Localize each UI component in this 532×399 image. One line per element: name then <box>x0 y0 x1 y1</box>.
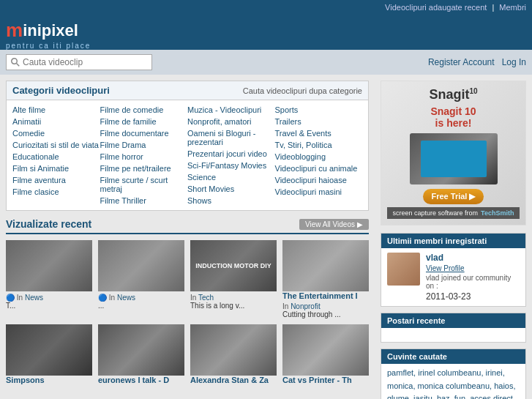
category-item[interactable]: Filme pe net/trailere <box>100 163 188 174</box>
sidebar: Snagit10 Snagit 10 is here! Free Trial ▶… <box>375 75 532 399</box>
search-term[interactable]: iasitu, <box>413 394 437 399</box>
categories-title: Categorii videoclipuri <box>12 85 110 96</box>
search-term[interactable]: acces direct, <box>470 394 515 399</box>
video-desc-3: This is a long v... <box>190 302 277 310</box>
video-thumbnail-8 <box>282 324 369 376</box>
category-item[interactable]: Sports <box>275 105 363 115</box>
category-item[interactable]: Science <box>187 172 275 182</box>
search-term[interactable]: haios, <box>494 381 515 390</box>
category-item[interactable]: Prezentari jocuri video <box>187 149 275 159</box>
category-item[interactable]: Filme de comedie <box>100 105 188 115</box>
video-desc-1: T... <box>6 302 92 310</box>
category-item[interactable]: Filme horror <box>100 152 188 162</box>
members-title: Ultimii membri inregistrati <box>381 234 525 248</box>
video-thumb-6[interactable]: euronews I talk - D <box>98 324 184 384</box>
search-term[interactable]: fun, <box>454 394 470 399</box>
recent-section: Vizualizate recent View All Videos ▶ 🔵 I… <box>6 218 369 384</box>
search-term[interactable]: irinel columbeanu, <box>418 368 485 377</box>
logo[interactable]: minipixel <box>6 19 91 42</box>
view-all-button[interactable]: View All Videos ▶ <box>299 219 369 230</box>
category-item[interactable]: Comedie <box>12 128 100 138</box>
categories-grid: Alte filmeAnimatiiComedieCuriozitati si … <box>7 100 368 210</box>
search-term[interactable]: haz, <box>437 394 454 399</box>
category-item[interactable]: Videoblogging <box>275 152 363 162</box>
video-thumbnail-1 <box>6 240 92 291</box>
category-item[interactable]: Curiozitati si stil de viata <box>12 140 100 150</box>
snagit-logo: Snagit10 <box>387 87 520 102</box>
avatar-image <box>387 253 420 286</box>
category-item[interactable]: Short Movies <box>187 184 275 194</box>
search-term[interactable]: pamflet, <box>387 368 418 377</box>
member-info: vlad View Profile vlad joined our commun… <box>426 253 520 302</box>
category-item[interactable]: Alte filme <box>12 105 100 115</box>
search-terms-title: Cuvinte cautate <box>381 349 525 364</box>
category-item[interactable]: Videoclipuri cu animale <box>275 163 363 174</box>
video-title-5: Simpsons <box>6 376 92 384</box>
search-term[interactable]: monica, <box>387 381 418 390</box>
login-link[interactable]: Log In <box>502 57 526 67</box>
video-thumb-2[interactable]: 🔵 In News ... <box>98 240 184 318</box>
category-item[interactable]: Sci-Fi/Fantasy Movies <box>187 160 275 171</box>
main-layout: Categorii videoclipuri Cauta videoclipur… <box>0 75 532 399</box>
video-title-6: euronews I talk - D <box>98 376 184 384</box>
techsmith-bar: screen capture software from TechSmith <box>387 207 520 219</box>
snagit-headline: Snagit 10 is here! <box>387 105 520 129</box>
video-thumb-3[interactable]: INDUCTION MOTOR DIY In Tech This is a lo… <box>190 240 277 318</box>
category-item[interactable]: Tv, Stiri, Politica <box>275 140 363 150</box>
video-thumb-5[interactable]: Simpsons <box>6 324 92 384</box>
video-title-7: Alexandra Stan & Za <box>190 376 277 384</box>
video-cat-4: In Nonprofit <box>282 302 321 310</box>
category-item[interactable]: Trailers <box>275 116 363 127</box>
category-item[interactable]: Animatii <box>12 116 100 127</box>
category-item[interactable]: Filme clasice <box>12 187 100 197</box>
category-item[interactable]: Filme Thriller <box>100 195 188 206</box>
posts-content <box>381 328 525 342</box>
category-item[interactable]: Muzica - Videoclipuri <box>187 105 275 115</box>
video-cat-2: In News <box>109 294 135 302</box>
search-term[interactable]: irinei, <box>486 368 505 377</box>
category-item[interactable]: Filme aventura <box>12 175 100 185</box>
category-item[interactable]: Nonprofit, amatori <box>187 116 275 127</box>
search-input[interactable] <box>23 57 147 67</box>
category-item[interactable]: Educationale <box>12 152 100 162</box>
posts-title: Postari recente <box>381 313 525 328</box>
category-item[interactable]: Film si Animatie <box>12 163 100 174</box>
category-item[interactable]: Shows <box>187 195 275 206</box>
ad-inner: Snagit10 Snagit 10 is here! Free Trial ▶… <box>381 81 525 225</box>
category-item[interactable]: Filme de familie <box>100 116 188 127</box>
video-thumbnail-5 <box>6 324 92 376</box>
video-desc-2: ... <box>98 302 184 310</box>
category-item[interactable]: Travel & Events <box>275 128 363 138</box>
members-link[interactable]: Membri <box>499 3 526 12</box>
logo-tagline: pentru ca iti place <box>6 42 91 50</box>
free-trial-button[interactable]: Free Trial ▶ <box>423 189 484 204</box>
search-icon <box>11 58 20 67</box>
video-thumbnail-3: INDUCTION MOTOR DIY <box>190 240 277 291</box>
video-thumb-1[interactable]: 🔵 In News T... <box>6 240 92 318</box>
video-thumb-7[interactable]: Alexandra Stan & Za <box>190 324 277 384</box>
search-term[interactable]: glume, <box>387 394 413 399</box>
category-item[interactable]: Videoclipuri masini <box>275 187 363 197</box>
register-link[interactable]: Register Account <box>428 57 495 67</box>
categories-search-label: Cauta videoclipuri dupa categorie <box>243 86 362 95</box>
logo-area: minipixel pentru ca iti place <box>6 19 91 50</box>
account-links: Register Account Log In <box>428 57 526 67</box>
video-thumb-4[interactable]: The Entertainment I In Nonprofit Cutting… <box>282 240 369 318</box>
category-item[interactable]: Filme Drama <box>100 140 188 150</box>
video-title-8: Cat vs Printer - Th <box>282 376 369 384</box>
cat-col-2: Filme de comedieFilme de familieFilme do… <box>100 105 188 206</box>
category-item[interactable]: Filme scurte / scurt metraj <box>100 175 188 194</box>
category-item[interactable]: Oameni si Bloguri - prezentari <box>187 128 275 147</box>
search-box[interactable] <box>6 54 152 70</box>
search-term[interactable]: monica columbeanu, <box>418 381 495 390</box>
posts-section: Postari recente <box>381 313 526 343</box>
video-grid: 🔵 In News T... 🔵 In News ... INDUCTION M… <box>6 240 369 384</box>
info-icon-1: 🔵 <box>6 294 15 302</box>
video-thumb-8[interactable]: Cat vs Printer - Th <box>282 324 369 384</box>
recent-videos-link[interactable]: Videoclipuri adaugate recent <box>385 3 487 12</box>
search-terms-content: pamflet, irinel columbeanu, irinei, moni… <box>381 364 525 399</box>
category-item[interactable]: Filme documentare <box>100 128 188 138</box>
category-item[interactable]: Videoclipuri haioase <box>275 175 363 185</box>
categories-section: Categorii videoclipuri Cauta videoclipur… <box>6 81 369 211</box>
member-profile-link[interactable]: View Profile <box>426 264 520 272</box>
